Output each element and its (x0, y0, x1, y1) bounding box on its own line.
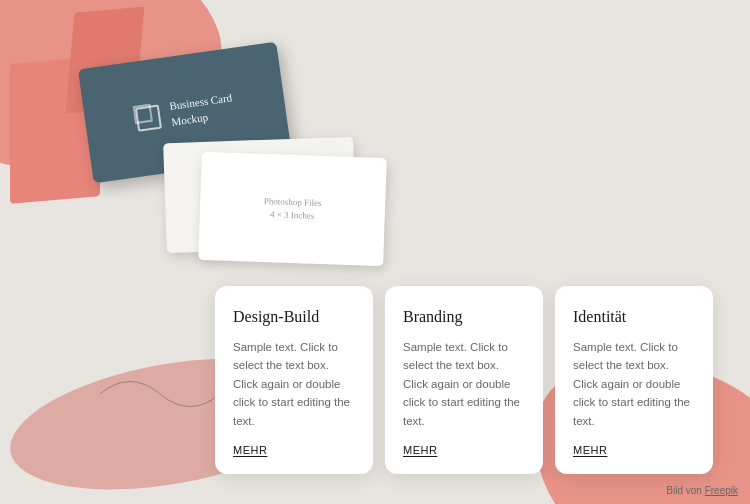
info-card-branding: Branding Sample text. Click to select th… (385, 286, 543, 474)
card-link-identitaet[interactable]: MEHR (573, 444, 695, 456)
info-card-design-build: Design-Build Sample text. Click to selec… (215, 286, 373, 474)
card-dark-text: Business Card Mockup (168, 90, 235, 129)
background: Business Card Mockup Business Card Mocku… (0, 0, 750, 504)
card-white-front-text: Photoshop Files 4 × 3 Inches (263, 194, 322, 223)
card-link-design-build[interactable]: MEHR (233, 444, 355, 456)
mockup-area: Business Card Mockup Business Card Mocku… (0, 0, 400, 290)
card-body-design-build: Sample text. Click to select the text bo… (233, 338, 355, 430)
business-card-white-front: Photoshop Files 4 × 3 Inches (198, 152, 387, 266)
info-card-identitaet: Identität Sample text. Click to select t… (555, 286, 713, 474)
card-title-branding: Branding (403, 308, 525, 326)
card-title-design-build: Design-Build (233, 308, 355, 326)
card-link-branding[interactable]: MEHR (403, 444, 525, 456)
attribution-link[interactable]: Freepik (705, 485, 738, 496)
card-icon (135, 104, 162, 131)
info-cards-section: Design-Build Sample text. Click to selec… (215, 286, 713, 474)
attribution: Bild von Freepik (666, 485, 738, 496)
card-title-identitaet: Identität (573, 308, 695, 326)
card-body-identitaet: Sample text. Click to select the text bo… (573, 338, 695, 430)
card-body-branding: Sample text. Click to select the text bo… (403, 338, 525, 430)
